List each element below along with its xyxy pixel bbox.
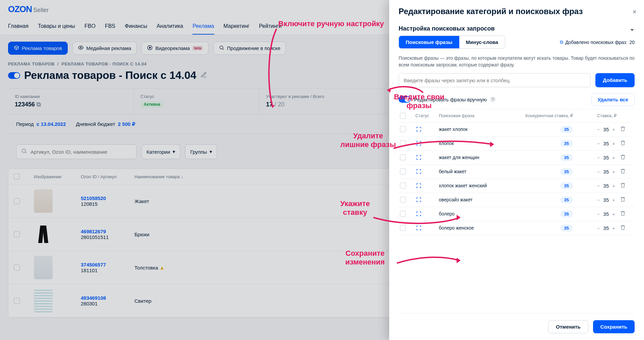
phrase-input[interactable] [399,73,591,87]
phrase-row: жакет хлопок35−35+ [399,123,635,137]
plus-icon[interactable]: + [611,211,617,217]
hint-text: Поисковые фразы — это фразы, по которым … [399,55,635,68]
rate-value: 35 [603,141,609,146]
panel-title: Редактирование категорий и поисковых фра… [399,7,635,16]
arrow-icon [267,27,280,111]
row-checkbox[interactable] [400,168,406,175]
info-icon[interactable]: ? [490,97,495,102]
delete-all-button[interactable]: Удалить все [591,93,635,106]
comp-rate-badge: 35 [560,168,573,175]
tab-search-phrases[interactable]: Поисковые фразы [399,36,459,48]
phrase-table-header: Статус Поисковая фраза Конкурентная став… [399,109,635,123]
rate-stepper[interactable]: −35+ [576,141,617,146]
manual-label: Редактировать фразы вручную [414,97,487,102]
tab-minus-words[interactable]: Минус-слова [459,36,505,48]
row-checkbox[interactable] [400,154,406,160]
arrow-icon [372,210,463,230]
minus-icon[interactable]: − [596,211,601,217]
phrase-row: белый жакет35−35+ [399,165,635,179]
plus-icon[interactable]: + [611,197,617,203]
save-button[interactable]: Сохранить [593,320,635,333]
rate-stepper[interactable]: −35+ [576,169,617,175]
target-icon[interactable] [415,168,422,175]
arrow-icon [396,254,463,268]
comp-rate-badge: 35 [560,210,573,217]
phrase-row: хлопок жакет женский35−35+ [399,179,635,193]
comp-rate-badge: 35 [560,126,573,133]
minus-icon[interactable]: − [596,127,601,132]
comp-rate-badge: 35 [560,182,573,189]
phrase-text: хлопок жакет женский [439,183,519,188]
minus-icon[interactable]: − [596,155,601,160]
cancel-button[interactable]: Отменить [548,320,588,333]
rate-stepper[interactable]: −35+ [576,197,617,203]
rate-value: 35 [603,127,609,132]
add-button[interactable]: Добавить [595,73,635,87]
comp-rate-badge: 35 [560,196,573,203]
target-icon[interactable] [415,196,422,203]
comp-rate-badge: 35 [560,140,573,147]
row-checkbox[interactable] [400,197,406,203]
minus-icon[interactable]: − [596,183,601,189]
arrow-icon [392,138,496,152]
phrase-text: белый жакет [439,169,519,174]
added-count: ⧉ Добавлено поисковых фраз: 20 [560,39,635,45]
trash-icon[interactable] [620,140,633,147]
minus-icon[interactable]: − [596,141,601,146]
row-checkbox[interactable] [400,183,406,189]
rate-value: 35 [603,225,609,231]
plus-icon[interactable]: + [611,169,617,175]
phrase-row: жакет для женщин35−35+ [399,151,635,165]
minus-icon[interactable]: − [596,197,601,203]
target-icon[interactable] [415,182,422,189]
rate-value: 35 [603,197,609,203]
trash-icon[interactable] [620,182,633,189]
select-all-checkbox[interactable] [400,113,406,119]
edit-panel: ✕ Редактирование категорий и поисковых ф… [389,0,644,340]
panel-footer: Отменить Сохранить [399,313,635,333]
panel-tabs: Поисковые фразы Минус-слова [399,36,505,49]
rate-stepper[interactable]: −35+ [576,127,617,132]
rate-value: 35 [603,155,609,160]
minus-icon[interactable]: − [596,169,601,175]
chevron-down-icon[interactable]: ⌄ [630,25,635,32]
minus-icon[interactable]: − [596,225,601,231]
plus-icon[interactable]: + [611,141,617,146]
target-icon[interactable] [415,154,422,161]
phrase-text: жакет для женщин [439,155,519,160]
rate-stepper[interactable]: −35+ [576,225,617,231]
plus-icon[interactable]: + [611,183,617,189]
trash-icon[interactable] [620,154,633,161]
trash-icon[interactable] [620,196,633,203]
trash-icon[interactable] [620,210,633,217]
plus-icon[interactable]: + [611,155,617,160]
rate-stepper[interactable]: −35+ [576,183,617,189]
target-icon[interactable] [415,126,422,133]
trash-icon[interactable] [620,168,633,175]
rate-stepper[interactable]: −35+ [576,211,617,217]
phrase-text: жакет хлопок [439,127,519,132]
phrase-text: оверсайз жакет [439,197,519,202]
section-header: Настройка поисковых запросов ⌄ [399,17,635,36]
rate-value: 35 [603,183,609,189]
comp-rate-badge: 35 [560,154,573,161]
rate-value: 35 [603,211,609,217]
copy-icon[interactable]: ⧉ [560,39,563,45]
rate-value: 35 [603,169,609,175]
phrase-row: оверсайз жакет35−35+ [399,193,635,207]
row-checkbox[interactable] [400,126,406,132]
trash-icon[interactable] [620,225,633,232]
comp-rate-badge: 35 [560,225,573,232]
close-icon[interactable]: ✕ [632,9,637,15]
arrow-icon [385,84,425,97]
plus-icon[interactable]: + [611,127,617,132]
trash-icon[interactable] [620,126,633,133]
rate-stepper[interactable]: −35+ [576,155,617,160]
plus-icon[interactable]: + [611,225,617,231]
